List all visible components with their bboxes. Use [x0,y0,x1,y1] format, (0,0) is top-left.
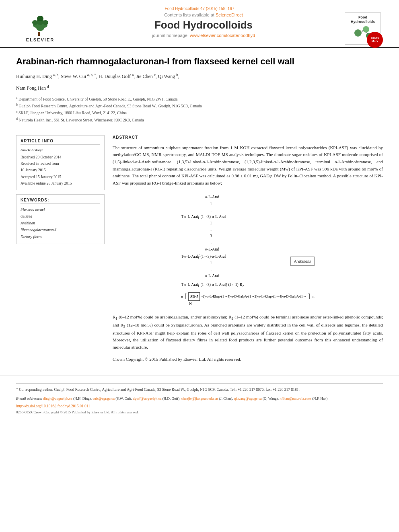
email-goff[interactable]: dgoff@uoguelph.ca [133,396,161,401]
branch-num-3: 3 [210,233,315,239]
article-header: CrossMark Arabinan-rich rhamnogalacturon… [0,48,399,130]
copyright-text: 0268-005X/Crown Copyright © 2015 Publish… [16,410,383,415]
doi-link[interactable]: http://dx.doi.org/10.1016/j.foodhyd.2015… [16,404,383,408]
received-date: Received 20 October 2014 [21,154,100,160]
journal-center-header: Contents lists available at ScienceDirec… [64,12,343,38]
email-addresses: E-mail addresses: dingh@uoguelph.ca (H.H… [16,395,383,402]
affiliations: a Department of Food Science, University… [16,96,383,123]
keywords-box: Keywords: Flaxseed kernel Oilseed Arabin… [16,194,105,244]
svg-line-11 [362,30,363,32]
two-column-layout: Article info Article history: Received 2… [0,130,399,372]
bracket-close: ] [308,293,310,300]
branch-arrow-3: ↓ [210,239,315,246]
affiliation-d: d Naturola Health Inc., 661 St. Lawrence… [16,117,383,123]
footer-section: * Corresponding author. Guelph Food Rese… [0,376,399,419]
structure-diagram: α-L-Araf 1 ↓ T-α-L-Araff-(1→3)-α-L-Araf … [113,191,383,310]
crossmark-icon: CrossMark [367,32,383,48]
accepted-date: Accepted 15 January 2015 [21,174,100,180]
revised-label: Received in revised form [21,160,100,167]
svg-point-5 [32,20,38,25]
email-wang[interactable]: qi.wang@agr.gc.ca [234,396,262,401]
branch-num-4: 1 [210,260,282,266]
keywords-label: Keywords: [21,198,100,204]
arabinans-label: Arabinans [290,257,315,266]
branch-num-2: 1 [210,220,315,226]
sciencedirect-link[interactable]: ScienceDirect [216,12,243,17]
email-chen[interactable]: chenjie@jiangnan.edu.cn [181,396,218,401]
revised-date: 10 January 2015 [21,167,100,173]
branch-arabinof-1: α-L-Araf [205,194,315,200]
branch-arabinof-2: α-L-Araf [205,246,315,253]
chain-line-3: T-α-L-Araff-(1→3)-α-L-Araff-(2←1)-R2 [181,281,315,289]
page: Food Hydrocolloids 47 (2015) 158–167 [0,0,399,532]
affiliation-c: c SKLF, Jiangnan University, 1800 Lihu R… [16,109,383,116]
elsevier-tree-icon [26,14,54,36]
branch-arrow-4: ↓ [210,266,282,273]
affiliation-b: b Guelph Food Research Centre, Agricultu… [16,103,383,109]
article-title: Arabinan-rich rhamnogalacturonan-I from … [16,56,383,68]
abstract-footer-text: R1 (8–12 mol%) could be arabinogalactan,… [113,314,383,351]
affiliation-a: a Department of Food Science, University… [16,96,383,103]
n-label: N [189,301,315,307]
journal-header: Food Hydrocolloids 47 (2015) 158–167 [0,0,399,48]
journal-homepage-link[interactable]: www.elsevier.com/locate/foodhyd [190,33,255,38]
keyword-3: Arabinan [21,220,100,227]
chain-line-1: T-α-L-Araff-(1→3)-α-L-Araf [181,214,315,220]
journal-title: Food Hydrocolloids [72,19,335,31]
article-history: Article history: Received 20 October 201… [21,147,100,187]
abstract-label: Abstract [113,135,383,141]
svg-point-6 [43,20,48,25]
journal-homepage: journal homepage: www.elsevier.com/locat… [72,33,335,38]
article-info-box: Article info Article history: Received 2… [16,135,105,190]
chain-line-2: T-α-L-Araff-(1→3)-α-L-Araf [181,253,282,260]
rgi-box: RG-I [188,292,200,301]
sciencedirect-label: Contents lists available at ScienceDirec… [72,12,335,17]
right-column: Abstract The structure of ammonium sulph… [113,135,383,368]
crossmark-badge-area: CrossMark [367,32,383,48]
keyword-1: Flaxseed kernel [21,206,100,213]
corresponding-author-note: * Corresponding author. Guelph Food Rese… [16,387,383,393]
authors-line1: Huihuang H. Ding a, b, Steve W. Cui a, b… [16,72,383,80]
branch-arabinof-3: α-L-Araf [205,273,282,279]
branch-num-1: 1 [210,201,315,207]
footnote-divider [16,383,383,384]
elsevier-logo-area: ELSEVIER [16,12,64,42]
svg-point-8 [354,29,362,37]
available-date: Available online 28 January 2015 [21,180,100,187]
branch-arrow-1: ↓ [210,207,315,214]
left-column: Article info Article history: Received 2… [16,135,105,368]
rgi-structure: n [ RG-I -2)-α-L-Rhap-(1→4)-α-D-GalpA-(1… [181,292,315,301]
keyword-2: Oilseed [21,213,100,220]
article-info-label: Article info [21,139,100,145]
svg-point-7 [37,16,43,21]
keyword-4: Rhamnogalacturonan-I [21,227,100,234]
journal-top-bar: ELSEVIER Contents lists available at Sci… [16,12,383,45]
journal-citation: Food Hydrocolloids 47 (2015) 158–167 [16,6,383,11]
abstract-text: The structure of ammonium sulphate super… [113,144,383,187]
bracket-open: [ [185,293,187,300]
fh-logo-title: FoodHydrocolloids [347,15,379,24]
elsevier-logo [22,12,58,37]
keyword-5: Dietary fibres [21,234,100,240]
email-han[interactable]: nflhan@naturola.com [280,396,311,401]
crown-copyright: Crown Copyright © 2015 Published by Else… [113,356,383,363]
branch-arrow-2: ↓ [210,226,315,233]
authors-line2: Nam Fong Han d [16,84,383,92]
history-label: Article history: [21,147,100,153]
email-cui[interactable]: cuis@agr.gc.ca [93,396,115,401]
email-label: E-mail addresses: [16,396,43,401]
svg-rect-0 [38,32,40,36]
elsevier-brand-text: ELSEVIER [26,37,54,42]
email-ding[interactable]: dingh@uoguelph.ca [43,396,72,401]
